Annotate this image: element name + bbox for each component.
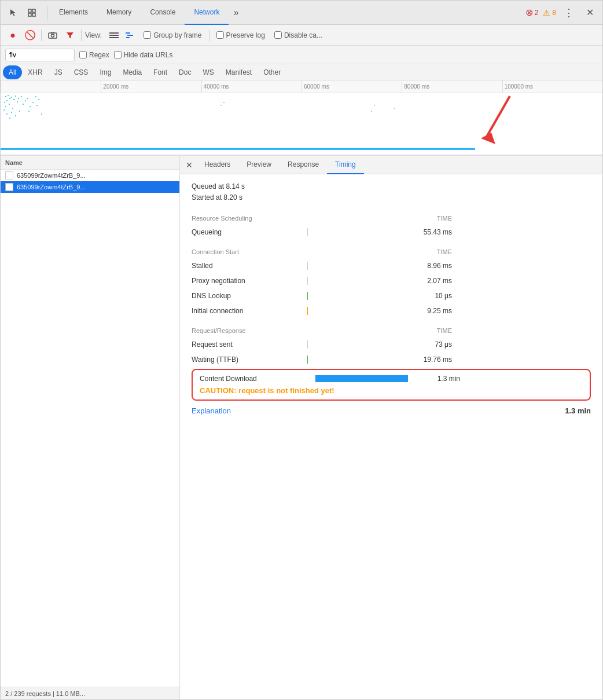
- svg-rect-30: [25, 100, 26, 101]
- svg-rect-42: [220, 105, 222, 106]
- error-badge: ⊗ 2: [525, 7, 539, 18]
- explanation-link[interactable]: Explanation: [192, 406, 231, 415]
- name-column-header: Name: [5, 159, 23, 166]
- warning-badge: ⚠ 8: [543, 8, 556, 17]
- svg-rect-12: [5, 96, 6, 97]
- svg-rect-19: [15, 96, 16, 97]
- connection-start-header: Connection Start TIME: [192, 246, 591, 258]
- request-name-2: 635099rZowm4tZrB_9...: [17, 184, 86, 190]
- request-item-1[interactable]: 635099rZowm4tZrB_9...: [1, 170, 179, 181]
- tab-response[interactable]: Response: [280, 156, 327, 174]
- svg-rect-7: [109, 35, 119, 36]
- request-icon-2: [5, 183, 13, 191]
- request-name-1: 635099rZowm4tZrB_9...: [17, 172, 86, 179]
- type-img[interactable]: Img: [94, 65, 117, 79]
- type-ws[interactable]: WS: [197, 65, 219, 79]
- content-download-label: Content Download: [200, 375, 315, 383]
- content-download-row: Content Download 1.3 min: [200, 375, 583, 383]
- stalled-divider: [307, 262, 308, 270]
- timeline-ruler: 20000 ms 40000 ms 60000 ms 80000 ms 1000…: [1, 80, 602, 93]
- tab-icons: [5, 5, 40, 21]
- queueing-value: 55.43 ms: [400, 228, 452, 236]
- svg-rect-0: [28, 9, 31, 12]
- initial-connection-row: Initial connection 9.25 ms: [192, 305, 591, 317]
- type-js[interactable]: JS: [49, 65, 68, 79]
- request-response-header: Request/Response TIME: [192, 325, 591, 336]
- svg-rect-46: [394, 108, 395, 109]
- ttfb-bar: [307, 356, 400, 364]
- warning-icon: ⚠: [543, 8, 550, 17]
- tab-console[interactable]: Console: [141, 1, 185, 25]
- inspect-icon[interactable]: [24, 5, 40, 21]
- camera-button[interactable]: [45, 28, 60, 43]
- type-media[interactable]: Media: [117, 65, 148, 79]
- svg-rect-20: [9, 104, 10, 105]
- hide-urls-checkbox[interactable]: [114, 51, 122, 58]
- svg-rect-36: [32, 102, 34, 103]
- svg-rect-25: [12, 108, 13, 109]
- error-icon: ⊗: [525, 7, 533, 18]
- type-css[interactable]: CSS: [68, 65, 94, 79]
- svg-rect-23: [17, 101, 18, 102]
- svg-rect-35: [9, 118, 10, 119]
- content-download-value: 1.3 min: [408, 375, 460, 383]
- tab-elements[interactable]: Elements: [50, 1, 97, 25]
- queueing-bar: [307, 228, 400, 236]
- type-doc[interactable]: Doc: [173, 65, 197, 79]
- caution-text: CAUTION: request is not finished yet!: [200, 386, 583, 395]
- regex-label[interactable]: Regex: [79, 51, 109, 59]
- svg-rect-8: [109, 37, 119, 38]
- preserve-log-checkbox[interactable]: [216, 31, 224, 39]
- stalled-value: 8.96 ms: [400, 262, 452, 270]
- disable-cache-checkbox[interactable]: [274, 31, 282, 39]
- dns-row: DNS Lookup 10 μs: [192, 290, 591, 302]
- request-icon-1: [5, 171, 13, 179]
- type-all[interactable]: All: [3, 65, 22, 79]
- tab-preview[interactable]: Preview: [238, 156, 280, 174]
- tab-more[interactable]: »: [229, 1, 243, 25]
- filter-button[interactable]: [62, 28, 78, 43]
- svg-rect-47: [1, 148, 475, 150]
- svg-rect-9: [126, 32, 130, 34]
- record-button[interactable]: ●: [5, 28, 20, 43]
- request-sent-label: Request sent: [192, 340, 307, 349]
- request-sent-row: Request sent 73 μs: [192, 339, 591, 350]
- type-xhr[interactable]: XHR: [22, 65, 48, 79]
- group-by-frame-label[interactable]: Group by frame: [144, 31, 201, 39]
- tab-headers[interactable]: Headers: [196, 156, 238, 174]
- stalled-label: Stalled: [192, 262, 307, 270]
- request-response-time-header: TIME: [400, 327, 452, 334]
- tab-bar: Elements Memory Console Network » ⊗ 2 ⚠ …: [1, 1, 602, 25]
- type-other[interactable]: Other: [258, 65, 286, 79]
- ruler-mark-5: 100000 ms: [502, 80, 602, 93]
- type-font[interactable]: Font: [148, 65, 173, 79]
- close-detail-button[interactable]: ✕: [182, 158, 196, 172]
- tab-network[interactable]: Network: [185, 1, 229, 25]
- initial-connection-label: Initial connection: [192, 307, 307, 315]
- tab-timing[interactable]: Timing: [327, 156, 364, 174]
- content-download-bar-cell: [315, 375, 408, 382]
- regex-checkbox[interactable]: [79, 51, 87, 58]
- ruler-mark-2: 40000 ms: [201, 80, 302, 93]
- view-buttons: [106, 28, 138, 43]
- stop-button[interactable]: 🚫: [23, 28, 38, 43]
- menu-button[interactable]: ⋮: [561, 5, 577, 21]
- svg-rect-16: [11, 97, 12, 98]
- hide-urls-label[interactable]: Hide data URLs: [114, 51, 173, 59]
- waterfall-view-button[interactable]: [123, 28, 138, 43]
- tab-memory[interactable]: Memory: [97, 1, 141, 25]
- list-view-button[interactable]: [106, 28, 122, 43]
- preserve-log-label[interactable]: Preserve log: [216, 31, 265, 39]
- disable-cache-label[interactable]: Disable ca...: [274, 31, 322, 39]
- cursor-icon[interactable]: [5, 5, 21, 21]
- queueing-divider: [307, 228, 308, 236]
- group-by-frame-checkbox[interactable]: [144, 31, 151, 39]
- ttfb-divider: [307, 356, 308, 364]
- close-button[interactable]: ✕: [582, 5, 598, 21]
- content-download-box: Content Download 1.3 min CAUTION: reques…: [192, 369, 591, 401]
- svg-rect-33: [27, 98, 28, 99]
- request-item-2[interactable]: 635099rZowm4tZrB_9...: [1, 181, 179, 193]
- type-manifest[interactable]: Manifest: [220, 65, 258, 79]
- stalled-row: Stalled 8.96 ms: [192, 260, 591, 272]
- search-input[interactable]: flv: [5, 49, 75, 61]
